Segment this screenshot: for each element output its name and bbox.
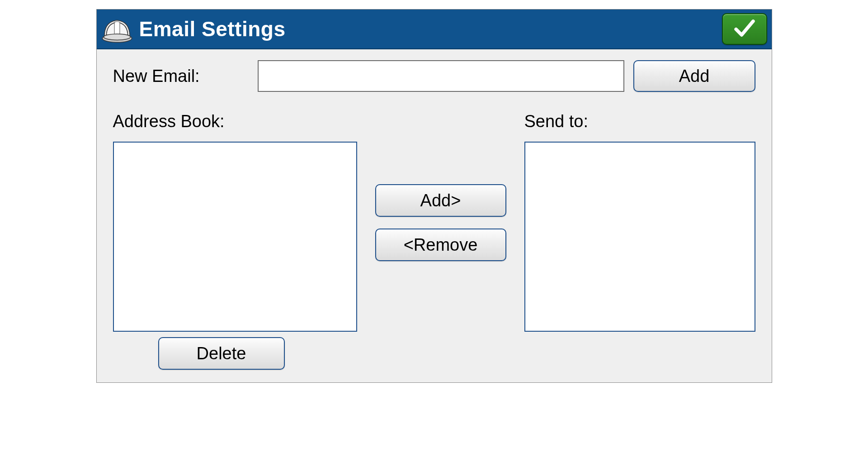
delete-button[interactable]: Delete [158,337,285,370]
titlebar: Email Settings [97,10,772,49]
remove-from-sendlist-button[interactable]: <Remove [375,229,506,261]
add-email-button[interactable]: Add [633,60,755,92]
send-to-list[interactable] [524,142,755,332]
add-to-sendlist-button[interactable]: Add> [375,184,506,217]
checkmark-icon [729,16,760,42]
address-book-list[interactable] [113,142,357,332]
address-book-column: Address Book: Delete [113,112,357,370]
new-email-label: New Email: [113,67,249,86]
new-email-input[interactable] [258,60,624,92]
hardhat-icon [99,11,135,47]
columns: Address Book: Delete Add> <Remove Send t… [113,112,755,370]
transfer-buttons-column: Add> <Remove [375,184,506,261]
dialog-content: New Email: Add Address Book: Delete Add>… [97,49,772,382]
svg-point-1 [104,34,130,40]
confirm-button[interactable] [722,13,767,45]
dialog-title: Email Settings [139,17,722,41]
address-book-label: Address Book: [113,112,357,133]
send-to-column: Send to: [524,112,755,332]
email-settings-dialog: Email Settings New Email: Add Address Bo… [96,9,772,383]
send-to-label: Send to: [524,112,755,133]
new-email-row: New Email: Add [113,60,755,92]
